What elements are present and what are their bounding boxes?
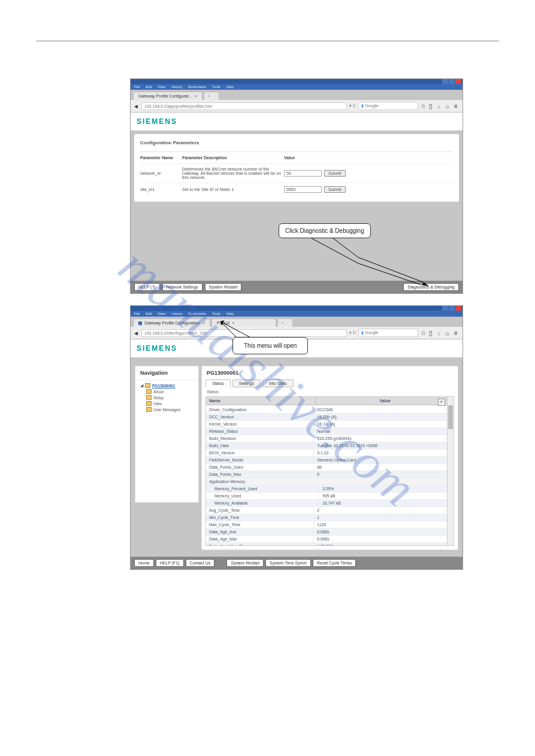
browser-menu-bar: File Edit View History Bookmarks Tools H…	[131, 311, 463, 317]
menu-bookmarks[interactable]: Bookmarks	[188, 312, 206, 315]
subtab-status[interactable]: Status	[205, 379, 231, 387]
grid-cell-value: 2	[314, 507, 448, 514]
tab-close-icon[interactable]: ×	[202, 321, 205, 325]
grid-cell-name: Memory_Used	[206, 493, 319, 499]
callout-text: Click Diagnostic & Debugging	[285, 227, 364, 234]
diagnostics-button[interactable]: Diagnostics & Debugging	[403, 283, 459, 291]
bookmarks-icon[interactable]: ▯	[429, 103, 435, 109]
nav-item-setup[interactable]: Setup	[146, 394, 198, 400]
subtab-settings[interactable]: Settings	[232, 379, 261, 387]
maximize-icon[interactable]	[449, 306, 455, 311]
menu-tools[interactable]: Tools	[212, 312, 220, 315]
browser-menu-bar: File Edit View History Bookmarks Tools H…	[131, 84, 463, 90]
menu-edit[interactable]: Edit	[146, 312, 152, 315]
new-tab-button[interactable]: +	[277, 318, 293, 327]
reset-cycle-times-button[interactable]: Reset Cycle Times	[313, 559, 356, 567]
grid-row: Max_Cycle_Time1126	[206, 521, 448, 529]
help-button[interactable]: HELP (F1)	[156, 559, 184, 567]
network-settings-button[interactable]: Network Settings	[162, 283, 202, 291]
submit-button[interactable]: Submit	[324, 186, 346, 193]
star-icon[interactable]: ☆	[421, 103, 427, 109]
back-icon[interactable]: ◄	[133, 330, 139, 336]
menu-file[interactable]: File	[134, 312, 140, 315]
star-icon[interactable]: ☆	[421, 330, 427, 336]
minimize-icon[interactable]	[442, 306, 448, 311]
nav-item-view[interactable]: View	[146, 400, 198, 406]
grid-row: Avg_Cycle_Time2	[206, 507, 448, 514]
grid-cell-name: Build_Date	[206, 442, 314, 449]
menu-view[interactable]: View	[158, 312, 165, 315]
download-icon[interactable]: ↓	[437, 103, 443, 109]
main-pane: PG13000001 Status Settings Info Stats St…	[201, 366, 458, 550]
system-time-synch-button[interactable]: System Time Synch	[265, 559, 311, 567]
refresh-icon[interactable]: ⟳	[438, 399, 445, 406]
tab-label: Gateway Profile Configuration	[144, 321, 200, 325]
nav-item-about[interactable]: About	[146, 388, 198, 394]
grid-row: Release_StatusNormal	[206, 428, 448, 435]
tab-strip: Gateway Profile Configurat...× +	[131, 90, 463, 100]
grid-row: Application Memory:	[206, 478, 448, 485]
status-grid: ⟳ Name Value Driver_ConfigurationDCC040D…	[205, 396, 454, 546]
nav-item-user-messages[interactable]: User Messages	[146, 406, 198, 412]
menu-tools[interactable]: Tools	[212, 85, 220, 89]
search-field[interactable]: ▮ Google	[358, 329, 418, 337]
url-field[interactable]: 192.168.0.2/htm/fsgui.htm#1_OID	[141, 329, 347, 337]
download-icon[interactable]: ↓	[437, 330, 443, 336]
search-field[interactable]: ▮ Google	[358, 102, 418, 110]
scrollbar-thumb[interactable]	[448, 405, 453, 429]
menu-view[interactable]: View	[158, 85, 165, 89]
grid-cell-value: 1126	[314, 521, 448, 528]
hamburger-icon[interactable]: ≡	[454, 330, 460, 336]
menu-history[interactable]: History	[171, 312, 183, 315]
param-value-input[interactable]: 0002	[284, 186, 322, 193]
menu-history[interactable]: History	[171, 85, 183, 89]
help-button[interactable]: HELP (?)	[134, 283, 160, 291]
close-icon[interactable]	[455, 306, 461, 311]
grid-cell-value: 0	[314, 471, 448, 478]
browser-tab-gateway[interactable]: Gateway Profile Configurat...×	[133, 92, 202, 100]
submit-button[interactable]: Submit	[324, 170, 346, 177]
home-button[interactable]: Home	[134, 559, 154, 567]
param-name: network_nr	[140, 171, 182, 175]
menu-help[interactable]: Help	[226, 312, 234, 315]
contact-button[interactable]: Contact Us	[186, 559, 215, 567]
grid-row: Memory_Used595 kB	[206, 493, 448, 500]
grid-row: BIOS_Version3.1.10	[206, 450, 448, 457]
browser-tab-gateway[interactable]: Gateway Profile Configuration×	[133, 318, 210, 327]
hamburger-icon[interactable]: ≡	[454, 103, 460, 109]
tab-close-icon[interactable]: ×	[232, 321, 234, 325]
back-icon[interactable]: ◄	[133, 103, 139, 109]
address-bar: ◄ 192.168.0.2/app/profiles/profiles.htm …	[131, 100, 463, 113]
browser-tab-fsgui[interactable]: FSGUI×	[211, 318, 276, 327]
close-icon[interactable]	[455, 79, 461, 84]
menu-edit[interactable]: Edit	[146, 85, 152, 89]
grid-row: Kernel_VersionV6.14j (A)	[206, 421, 448, 428]
grid-row: Data_Age_Max_Ever6:06.009s	[206, 543, 448, 545]
new-tab-button[interactable]: +	[204, 92, 219, 100]
system-restart-button[interactable]: System Restart	[226, 559, 264, 567]
grid-cell-name: DCC_Version	[206, 414, 314, 420]
menu-help[interactable]: Help	[226, 85, 234, 89]
scrollbar[interactable]	[447, 397, 454, 545]
home-icon[interactable]: ⌂	[446, 103, 452, 109]
maximize-icon[interactable]	[449, 79, 455, 84]
menu-file[interactable]: File	[134, 85, 140, 89]
minimize-icon[interactable]	[442, 79, 448, 84]
param-value-input[interactable]: 50	[284, 170, 322, 177]
nav-root[interactable]: ◢PG13000001	[140, 382, 198, 388]
menu-bookmarks[interactable]: Bookmarks	[188, 85, 206, 89]
main-title: PG13000001	[202, 366, 458, 379]
subtab-info-stats[interactable]: Info Stats	[262, 379, 294, 387]
tab-close-icon[interactable]: ×	[195, 94, 197, 98]
home-icon[interactable]: ⌂	[446, 330, 452, 336]
bookmarks-icon[interactable]: ▯	[429, 330, 435, 336]
callout-menu-open: This menu will open	[232, 337, 308, 354]
param-row: network_nr Determines the BACnet network…	[140, 163, 453, 183]
grid-cell-name: BIOS_Version	[206, 450, 314, 456]
grid-cell-name: Max_Cycle_Time	[206, 521, 314, 528]
grid-row: Data_Points_Max0	[206, 471, 448, 478]
system-restart-button[interactable]: System Restart	[205, 283, 242, 291]
callout-arrow	[310, 233, 442, 287]
grid-cell-value: V6.05b (A)	[314, 414, 448, 420]
url-field[interactable]: 192.168.0.2/app/profiles/profiles.htm	[141, 102, 347, 110]
